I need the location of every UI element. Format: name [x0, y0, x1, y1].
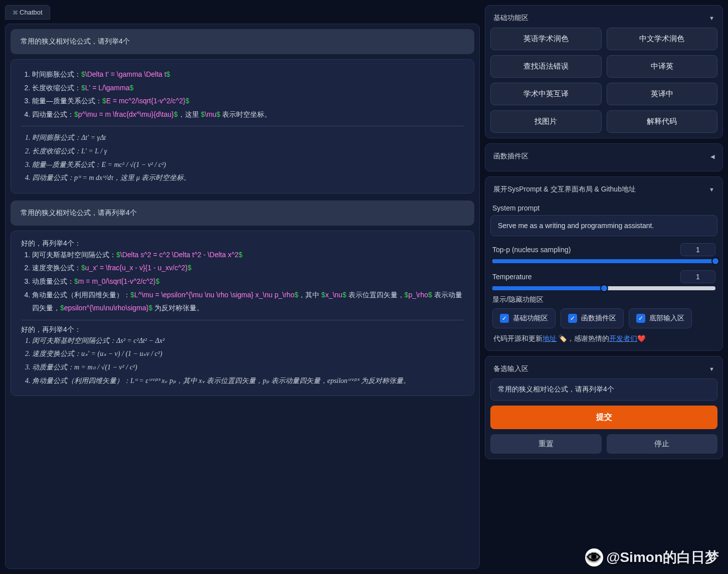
tab-chatbot[interactable]: Chatbot	[5, 5, 50, 20]
sysprompt-input[interactable]: Serve me as a writing and programming as…	[490, 215, 717, 236]
chevron-down-icon: ▼	[709, 186, 714, 193]
weibo-eye-icon: 👁	[585, 548, 603, 566]
topp-label: Top-p (nucleus sampling)	[492, 246, 571, 254]
watermark: 👁 @Simon的白日梦	[585, 548, 719, 567]
check-icon: ✓	[568, 314, 577, 323]
chat-user-message: 常用的狭义相对论公式，请再列举4个	[11, 201, 474, 226]
slider-thumb-icon[interactable]	[600, 284, 608, 292]
section-alt-input-title: 备选输入区	[493, 364, 528, 373]
formula-rendered-item: 时间膨胀公式：Δt′ = γΔt	[32, 131, 464, 145]
formula-raw-item: 角动量公式（利用四维矢量）：$L^\mu = \epsilon^{\mu \nu…	[32, 288, 464, 315]
topp-slider[interactable]	[492, 259, 715, 263]
formula-rendered-item: 能量—质量关系公式：E = mc² / √(1 − v² / c²)	[32, 158, 464, 172]
section-basic: 基础功能区 ▼ 英语学术润色中文学术润色查找语法错误中译英学术中英互译英译中找图…	[485, 5, 723, 138]
section-plugins-title: 函数插件区	[493, 152, 528, 161]
credits-line: 代码开源和更新地址 🏷️，感谢热情的开发者们❤️	[493, 334, 714, 343]
basic-action-button[interactable]: 学术中英互译	[490, 83, 602, 105]
alt-input-textarea[interactable]: 常用的狭义相对论公式，请再列举4个	[490, 378, 717, 401]
show-hide-title: 显示/隐藏功能区	[492, 295, 715, 304]
section-expand-title: 展开SysPrompt & 交互界面布局 & Github地址	[493, 185, 636, 194]
chat-panel: 常用的狭义相对论公式，请列举4个 时间膨胀公式：$\Delta t' = \ga…	[5, 24, 480, 569]
submit-button[interactable]: 提交	[490, 406, 717, 429]
formula-rendered-item: 长度收缩公式：L′ = L / γ	[32, 145, 464, 158]
basic-action-button[interactable]: 查找语法错误	[490, 55, 602, 78]
sysprompt-label: System prompt	[492, 204, 715, 212]
contributors-link[interactable]: 开发者们	[609, 335, 637, 342]
visibility-checkbox[interactable]: ✓函数插件区	[561, 308, 624, 328]
formula-rendered-item: 动质量公式：m = m₀ / √(1 − v² / c²)	[32, 361, 464, 374]
basic-action-button[interactable]: 找图片	[490, 110, 602, 133]
basic-action-button[interactable]: 中文学术润色	[607, 28, 718, 50]
temp-slider[interactable]	[492, 286, 715, 290]
basic-action-button[interactable]: 英译中	[607, 83, 718, 105]
section-alt-input-header[interactable]: 备选输入区 ▼	[490, 361, 717, 378]
section-expand: 展开SysPrompt & 交互界面布局 & Github地址 ▼ System…	[485, 176, 723, 351]
heart-icon: ❤️	[637, 335, 646, 342]
formula-rendered-item: 四动量公式：pᵘ = m dxᵘ/dτ，这里 μ 表示时空坐标。	[32, 171, 464, 185]
formula-raw-item: 闵可夫斯基时空间隔公式：$\Delta s^2 = c^2 \Delta t^2…	[32, 248, 464, 262]
chat-bot-message: 好的，再列举4个： 闵可夫斯基时空间隔公式：$\Delta s^2 = c^2 …	[11, 231, 474, 396]
formula-raw-item: 时间膨胀公式：$\Delta t' = \gamma \Delta t$	[32, 68, 464, 81]
bot-intro: 好的，再列举4个：	[21, 239, 464, 248]
section-alt-input: 备选输入区 ▼ 常用的狭义相对论公式，请再列举4个 提交 重置 停止	[485, 356, 723, 459]
temp-label: Temperature	[492, 273, 532, 281]
chat-user-message: 常用的狭义相对论公式，请列举4个	[11, 29, 474, 54]
repo-link[interactable]: 地址	[542, 335, 557, 342]
formula-raw-item: 速度变换公式：$u_x' = \frac{u_x - v}{1 - u_xv/c…	[32, 261, 464, 275]
formula-raw-item: 能量—质量关系公式：$E = mc^2/\sqrt{1-v^2/c^2}$	[32, 94, 464, 108]
chevron-down-icon: ▼	[709, 15, 714, 21]
formula-raw-item: 动质量公式：$m = m_0/\sqrt{1-v^2/c^2}$	[32, 275, 464, 288]
section-plugins-header[interactable]: 函数插件区 ◀	[490, 149, 717, 166]
checkbox-label: 底部输入区	[649, 314, 684, 323]
section-basic-title: 基础功能区	[493, 14, 528, 23]
section-plugins: 函数插件区 ◀	[485, 143, 723, 171]
check-icon: ✓	[500, 314, 509, 323]
temp-value-input[interactable]: 1	[680, 270, 715, 283]
chat-bot-message: 时间膨胀公式：$\Delta t' = \gamma \Delta t$长度收缩…	[11, 59, 474, 194]
checkbox-label: 基础功能区	[513, 314, 548, 323]
formula-rendered-item: 闵可夫斯基时空间隔公式：Δs² = c²Δt² − Δx²	[32, 334, 464, 348]
formula-rendered-item: 速度变换公式：uₓ′ = (uₓ − v) / (1 − uₓv / c²)	[32, 347, 464, 361]
basic-action-button[interactable]: 英语学术润色	[490, 28, 602, 50]
formula-rendered-item: 角动量公式（利用四维矢量）：Lᵘ = εᵘᵛᵖˢ xᵥ pₚ，其中 xᵥ 表示位…	[32, 374, 464, 388]
bot-intro-rendered: 好的，再列举4个：	[21, 325, 464, 334]
chevron-left-icon: ◀	[710, 153, 714, 160]
visibility-checkbox[interactable]: ✓底部输入区	[629, 308, 692, 328]
stop-button[interactable]: 停止	[607, 434, 718, 454]
formula-raw-item: 四动量公式：$p^\mu = m \frac{dx^\mu}{d\tau}$，这…	[32, 108, 464, 121]
check-icon: ✓	[636, 314, 645, 323]
checkbox-label: 函数插件区	[581, 314, 616, 323]
section-basic-header[interactable]: 基础功能区 ▼	[490, 11, 717, 28]
basic-action-button[interactable]: 中译英	[607, 55, 718, 78]
topp-value-input[interactable]: 1	[680, 243, 715, 256]
basic-action-button[interactable]: 解释代码	[607, 110, 718, 133]
chevron-down-icon: ▼	[709, 366, 714, 372]
section-expand-header[interactable]: 展开SysPrompt & 交互界面布局 & Github地址 ▼	[490, 182, 717, 199]
slider-thumb-icon[interactable]	[711, 257, 719, 265]
formula-raw-item: 长度收缩公式：$L' = L/\gamma$	[32, 81, 464, 95]
visibility-checkbox[interactable]: ✓基础功能区	[492, 308, 556, 328]
reset-button[interactable]: 重置	[490, 434, 602, 454]
